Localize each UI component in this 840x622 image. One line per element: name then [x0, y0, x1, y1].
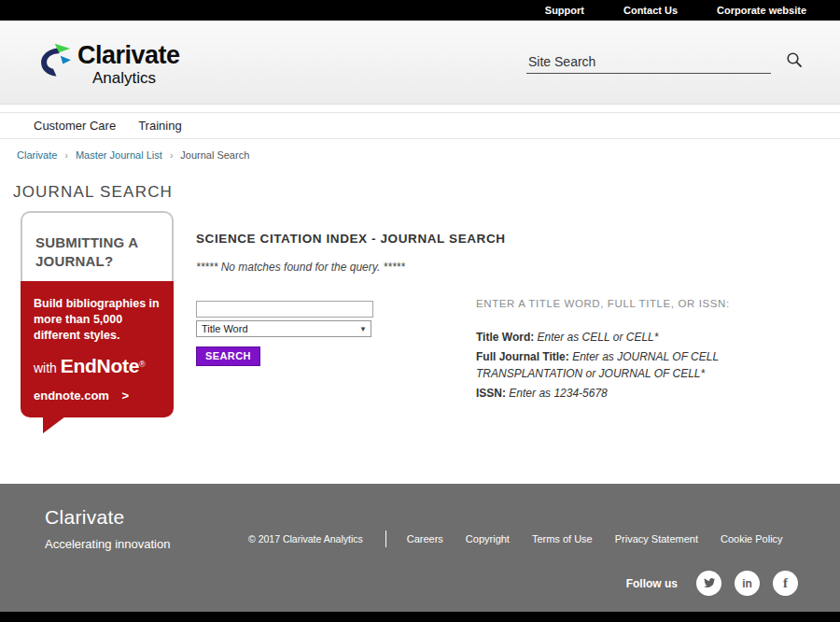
bottom-bar [0, 612, 840, 622]
twitter-bird-icon [702, 576, 716, 590]
footer-divider [385, 530, 386, 547]
logo-subtitle: Analytics [92, 70, 180, 86]
promo-arrow-icon: > [122, 389, 130, 403]
footer: Clarivate Accelerating innovation © 2017… [0, 484, 840, 612]
search-help: ENTER A TITLE WORD, FULL TITLE, OR ISSN:… [476, 298, 775, 406]
breadcrumb-separator-icon: › [170, 150, 173, 161]
search-form: Title Word ▼ SEARCH [196, 300, 476, 406]
header: Clarivate Analytics [0, 21, 840, 105]
endnote-brand: EndNote [61, 355, 139, 376]
search-term-input[interactable] [196, 301, 373, 318]
dropdown-arrow-icon: ▼ [359, 325, 367, 333]
help-heading: ENTER A TITLE WORD, FULL TITLE, OR ISSN: [476, 298, 775, 309]
copyright-link[interactable]: Copyright [466, 533, 510, 544]
endnote-link[interactable]: endnote.com > [34, 389, 162, 403]
facebook-glyph: f [783, 575, 788, 591]
site-search-input[interactable] [526, 50, 771, 74]
endnote-promo-banner[interactable]: SUBMITTING A JOURNAL? Build bibliographi… [21, 211, 174, 417]
support-link[interactable]: Support [545, 5, 584, 16]
journal-search-section: SCIENCE CITATION INDEX - JOURNAL SEARCH … [196, 211, 821, 417]
content: SUBMITTING A JOURNAL? Build bibliographi… [0, 202, 840, 417]
promo-headline: SUBMITTING A JOURNAL? [35, 233, 146, 270]
page-title: JOURNAL SEARCH [13, 183, 840, 202]
site-search [526, 50, 803, 74]
help-item-full-title: Full Journal Title: Enter as JOURNAL OF … [476, 349, 775, 382]
main-nav: Customer Care Training [0, 112, 840, 139]
promo-headline-box: SUBMITTING A JOURNAL? [21, 211, 174, 289]
footer-brand: Clarivate [45, 506, 170, 529]
corporate-website-link[interactable]: Corporate website [717, 5, 806, 16]
nav-customer-care[interactable]: Customer Care [34, 119, 116, 133]
nav-training[interactable]: Training [138, 119, 181, 133]
footer-social: Follow us in f [626, 571, 798, 596]
logo-text: Clarivate Analytics [77, 39, 180, 86]
footer-brand-block: Clarivate Accelerating innovation [45, 506, 170, 551]
search-type-selected-value: Title Word [202, 323, 248, 334]
section-heading: SCIENCE CITATION INDEX - JOURNAL SEARCH [196, 232, 821, 246]
logo-name: Clarivate [77, 43, 180, 68]
copyright-notice: © 2017 Clarivate Analytics [248, 533, 363, 544]
search-icon [786, 51, 803, 68]
promo-tail-shape [43, 417, 65, 433]
privacy-statement-link[interactable]: Privacy Statement [615, 533, 698, 544]
linkedin-icon[interactable]: in [735, 571, 760, 596]
follow-us-label: Follow us [626, 577, 678, 590]
contact-us-link[interactable]: Contact Us [623, 5, 678, 16]
careers-link[interactable]: Careers [407, 533, 443, 544]
breadcrumb-current: Journal Search [180, 149, 249, 161]
endnote-url: endnote.com [34, 389, 109, 403]
linkedin-glyph: in [742, 577, 752, 590]
promo-endnote-line: with EndNote® [34, 355, 162, 377]
footer-tagline: Accelerating innovation [45, 537, 170, 551]
registered-mark: ® [139, 360, 146, 369]
breadcrumb-separator-icon: › [64, 150, 67, 161]
search-type-select[interactable]: Title Word ▼ [196, 320, 371, 337]
help-item-issn: ISSN: Enter as 1234-5678 [476, 386, 775, 402]
breadcrumb-clarivate[interactable]: Clarivate [17, 149, 57, 161]
clarivate-logo-icon [35, 39, 71, 82]
help-example: Enter as CELL or CELL* [538, 331, 659, 344]
site-search-button[interactable] [786, 51, 803, 74]
search-button[interactable]: SEARCH [196, 346, 260, 366]
cookie-policy-link[interactable]: Cookie Policy [721, 533, 783, 544]
clarivate-logo[interactable]: Clarivate Analytics [35, 39, 180, 86]
help-item-title-word: Title Word: Enter as CELL or CELL* [476, 330, 775, 346]
help-label: Title Word: [476, 331, 534, 344]
promo-body-box: Build bibliographies in more than 5,000 … [21, 281, 174, 417]
terms-of-use-link[interactable]: Terms of Use [532, 533, 593, 544]
breadcrumb-master-journal-list[interactable]: Master Journal List [76, 149, 162, 161]
promo-body-text: Build bibliographies in more than 5,000 … [34, 296, 162, 344]
twitter-icon[interactable] [696, 571, 721, 596]
help-label: ISSN: [476, 387, 506, 400]
breadcrumb: Clarivate › Master Journal List › Journa… [0, 139, 840, 161]
facebook-icon[interactable]: f [773, 571, 798, 596]
help-label: Full Journal Title: [476, 350, 569, 363]
footer-links: © 2017 Clarivate Analytics Careers Copyr… [248, 530, 783, 547]
no-matches-message: ***** No matches found for the query. **… [196, 261, 821, 274]
help-example: Enter as 1234-5678 [509, 387, 607, 400]
top-utility-bar: Support Contact Us Corporate website [0, 0, 840, 21]
promo-with-text: with [34, 360, 57, 375]
